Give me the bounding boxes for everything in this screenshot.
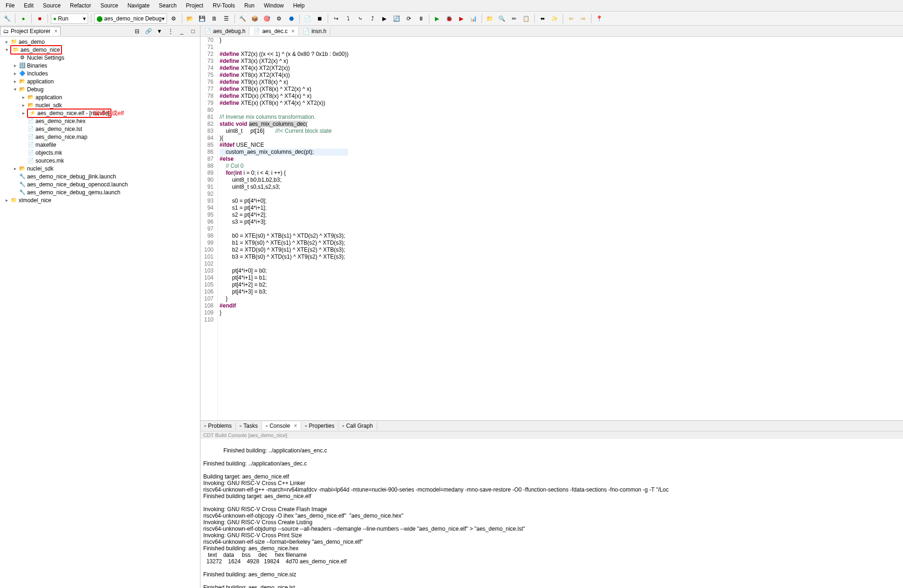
profile-icon[interactable]: 📊: [469, 14, 479, 24]
code-line[interactable]: uint8_t s0,s1,s2,s3;: [220, 184, 348, 191]
code-line[interactable]: pt[4*i+2] = b2;: [220, 281, 348, 288]
tree-item[interactable]: 📄objects.mk: [1, 149, 199, 157]
minimize-icon[interactable]: _: [177, 26, 187, 36]
code-line[interactable]: [220, 44, 348, 51]
code-line[interactable]: #define XT2(x) ((x << 1) ^ (x & 0x80 ? 0…: [220, 51, 348, 58]
filter-icon[interactable]: ▼: [154, 26, 165, 36]
menu-run[interactable]: Run: [241, 1, 258, 10]
tree-item[interactable]: 📄aes_demo_nice.map: [1, 133, 199, 141]
editor-tab[interactable]: 📄aes_dec.c×: [249, 27, 299, 35]
code-line[interactable]: [220, 226, 348, 232]
code-line[interactable]: uint8_t b0,b1,b2,b3;: [220, 177, 348, 184]
package-icon[interactable]: 📦: [250, 14, 260, 24]
code-line[interactable]: #endif: [220, 302, 348, 309]
menu-window[interactable]: Window: [260, 1, 288, 10]
code-line[interactable]: #else: [220, 156, 348, 163]
step-icon[interactable]: ↪: [331, 14, 341, 24]
menu-file[interactable]: File: [2, 1, 18, 10]
run-icon[interactable]: ●: [18, 14, 28, 24]
tree-twist-icon[interactable]: ▸: [11, 71, 19, 76]
tree-twist-icon[interactable]: ▸: [3, 39, 10, 44]
tree-item[interactable]: 📄aes_demo_nice.lst: [1, 125, 199, 133]
code-line[interactable]: uint8_t pt[16] //!< Current block state: [220, 128, 348, 135]
align-icon[interactable]: ⬌: [538, 14, 548, 24]
stop2-icon[interactable]: ⏹: [315, 14, 325, 24]
save-all-icon[interactable]: 🗎: [209, 14, 220, 24]
project-tree[interactable]: ▸📁aes_demo▾📁aes_demo_nice⚙Nuclei Setting…: [0, 37, 200, 588]
code-line[interactable]: s1 = pt[4*i+1];: [220, 205, 348, 212]
bottom-tab-call-graph[interactable]: ▫Call Graph: [338, 422, 377, 430]
code-line[interactable]: [220, 316, 348, 323]
code-line[interactable]: static void aes_mix_columns_dec(: [220, 121, 348, 128]
code-line[interactable]: b3 = XTB(s0) ^ XTD(s1) ^ XT9(s2) ^ XTE(s…: [220, 253, 348, 260]
code-editor[interactable]: 7071727374757677787980818283848586878889…: [200, 37, 903, 420]
tree-item[interactable]: ▸🔢Binaries: [1, 62, 199, 69]
tree-item[interactable]: ▸📁xlmodel_nice: [1, 196, 199, 204]
debug2-icon[interactable]: 🐞: [444, 14, 455, 24]
task-icon[interactable]: 📋: [521, 14, 531, 24]
ext-icon[interactable]: ▶: [456, 14, 467, 24]
target-icon[interactable]: 🎯: [262, 14, 272, 24]
code-line[interactable]: #define XT3(x) (XT2(x) ^ x): [220, 58, 348, 65]
code-line[interactable]: ){: [220, 135, 348, 142]
menu-source[interactable]: Source: [97, 1, 122, 10]
code-line[interactable]: s3 = pt[4*i+3];: [220, 219, 348, 226]
build-icon[interactable]: 🔨: [238, 14, 248, 24]
pen-icon[interactable]: ✏: [509, 14, 519, 24]
stop-icon[interactable]: ■: [34, 14, 45, 24]
menu-edit[interactable]: Edit: [20, 1, 37, 10]
refresh-icon[interactable]: 🔄: [392, 14, 402, 24]
restart-icon[interactable]: ⟳: [404, 14, 414, 24]
code-line[interactable]: s0 = pt[4*i+0];: [220, 198, 348, 205]
settings-icon[interactable]: ⚙: [274, 14, 284, 24]
fwd-icon[interactable]: ⇨: [578, 14, 588, 24]
code-line[interactable]: }: [220, 295, 348, 302]
back-icon[interactable]: ⇦: [566, 14, 576, 24]
code-line[interactable]: [220, 107, 348, 114]
menu-project[interactable]: Project: [182, 1, 207, 10]
new-icon[interactable]: 📄: [303, 14, 313, 24]
tree-item[interactable]: ⚙Nuclei Settings: [1, 54, 199, 62]
bottom-tab-properties[interactable]: ▫Properties: [301, 422, 338, 430]
editor-tab[interactable]: 📄insn.h: [299, 27, 331, 35]
tree-twist-icon[interactable]: ▸: [11, 79, 19, 84]
tree-twist-icon[interactable]: ▸: [11, 63, 19, 68]
wand-icon[interactable]: ✨: [550, 14, 560, 24]
code-line[interactable]: b1 = XT9(s0) ^ XTE(s1) ^ XTB(s2) ^ XTD(s…: [220, 239, 348, 246]
marker-icon[interactable]: 📍: [594, 14, 605, 24]
tree-item[interactable]: 🔧aes_demo_nice_debug_qemu.launch: [1, 188, 199, 196]
code-line[interactable]: [220, 260, 348, 267]
menu-source[interactable]: Source: [39, 1, 64, 10]
tree-item[interactable]: ▾📂Debug: [1, 85, 199, 93]
code-line[interactable]: for(int i = 0; i < 4; i ++) {: [220, 170, 348, 177]
tree-item[interactable]: ▸📂application: [1, 77, 199, 85]
code-line[interactable]: #define XT4(x) XT2(XT2(x)): [220, 65, 348, 72]
bottom-tab-tasks[interactable]: ▫Tasks: [236, 422, 262, 430]
link-icon[interactable]: 🔗: [143, 26, 153, 36]
tree-item[interactable]: ▸📁aes_demo: [1, 38, 199, 46]
code-content[interactable]: }#define XT2(x) ((x << 1) ^ (x & 0x80 ? …: [218, 37, 350, 420]
code-line[interactable]: pt[4*i+1] = b1;: [220, 274, 348, 281]
menu-rv-tools[interactable]: RV-Tools: [209, 1, 239, 10]
resume-icon[interactable]: ▶: [379, 14, 390, 24]
step-out-icon[interactable]: ⤴: [367, 14, 378, 24]
console-output[interactable]: Finished building: ../application/aes_en…: [200, 439, 903, 588]
code-line[interactable]: b2 = XTD(s0) ^ XT9(s1) ^ XTE(s2) ^ XTB(s…: [220, 246, 348, 253]
bottom-tab-console[interactable]: ▫Console×: [262, 422, 301, 430]
code-line[interactable]: }: [220, 309, 348, 316]
maximize-icon[interactable]: □: [188, 26, 198, 36]
tree-item[interactable]: ▸📂application: [1, 93, 199, 101]
new-proj-icon[interactable]: 📁: [485, 14, 495, 24]
tree-item[interactable]: ▾📁aes_demo_nice: [1, 46, 199, 54]
gear-icon[interactable]: ⚙: [169, 14, 179, 24]
run2-icon[interactable]: ▶: [432, 14, 442, 24]
tree-item[interactable]: 📄sources.mk: [1, 157, 199, 164]
code-line[interactable]: #define XT8(x) XT2(XT4(x)): [220, 72, 348, 79]
chip-icon[interactable]: ⬣: [286, 14, 296, 24]
tree-item[interactable]: 🔧aes_demo_nice_debug_jlink.launch: [1, 172, 199, 180]
tree-item[interactable]: 📄makefile: [1, 141, 199, 149]
step-over-icon[interactable]: ⤵: [343, 14, 353, 24]
tree-item[interactable]: 🔧aes_demo_nice_debug_openocd.launch: [1, 180, 199, 188]
editor-tab[interactable]: 📄aes_debug.h: [200, 27, 249, 35]
code-line[interactable]: // Col 0: [220, 163, 348, 170]
